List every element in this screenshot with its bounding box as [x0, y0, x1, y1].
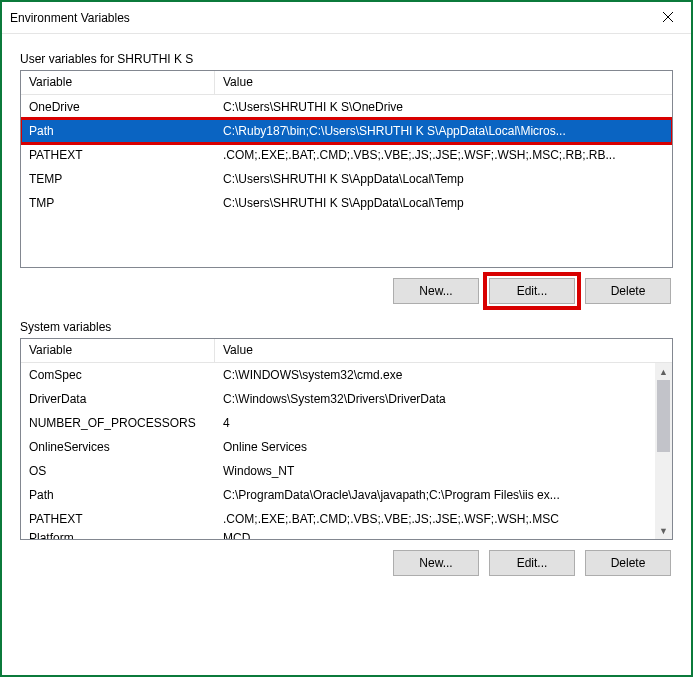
user-delete-button[interactable]: Delete: [585, 278, 671, 304]
cell-value: MCD: [215, 531, 655, 539]
close-button[interactable]: [645, 3, 691, 33]
cell-value: Online Services: [215, 436, 655, 458]
cell-variable: OnlineServices: [21, 436, 215, 458]
table-row[interactable]: ComSpec C:\WINDOWS\system32\cmd.exe: [21, 363, 655, 387]
cell-value: C:\Ruby187\bin;C:\Users\SHRUTHI K S\AppD…: [215, 120, 672, 142]
cell-variable: PATHEXT: [21, 508, 215, 530]
user-new-button[interactable]: New...: [393, 278, 479, 304]
cell-variable: Path: [21, 484, 215, 506]
table-row[interactable]: DriverData C:\Windows\System32\Drivers\D…: [21, 387, 655, 411]
table-row[interactable]: PATHEXT .COM;.EXE;.BAT;.CMD;.VBS;.VBE;.J…: [21, 143, 672, 167]
cell-value: C:\Windows\System32\Drivers\DriverData: [215, 388, 655, 410]
cell-variable: NUMBER_OF_PROCESSORS: [21, 412, 215, 434]
table-row[interactable]: Path C:\ProgramData\Oracle\Java\javapath…: [21, 483, 655, 507]
user-variables-label: User variables for SHRUTHI K S: [20, 52, 673, 66]
user-edit-button[interactable]: Edit...: [489, 278, 575, 304]
cell-value: 4: [215, 412, 655, 434]
user-col-value-header[interactable]: Value: [215, 71, 672, 94]
scroll-up-arrow-icon[interactable]: ▲: [655, 363, 672, 380]
cell-variable: Path: [21, 120, 215, 142]
cell-value: C:\ProgramData\Oracle\Java\javapath;C:\P…: [215, 484, 655, 506]
cell-variable: DriverData: [21, 388, 215, 410]
scroll-down-arrow-icon[interactable]: ▼: [655, 522, 672, 539]
table-row[interactable]: TEMP C:\Users\SHRUTHI K S\AppData\Local\…: [21, 167, 672, 191]
cell-value: .COM;.EXE;.BAT;.CMD;.VBS;.VBE;.JS;.JSE;.…: [215, 144, 672, 166]
cell-value: Windows_NT: [215, 460, 655, 482]
system-new-button[interactable]: New...: [393, 550, 479, 576]
cell-value: C:\WINDOWS\system32\cmd.exe: [215, 364, 655, 386]
system-button-row: New... Edit... Delete: [20, 540, 673, 582]
user-variables-listbox[interactable]: Variable Value OneDrive C:\Users\SHRUTHI…: [20, 70, 673, 268]
system-edit-button[interactable]: Edit...: [489, 550, 575, 576]
system-list-rows: ComSpec C:\WINDOWS\system32\cmd.exe Driv…: [21, 363, 672, 539]
system-delete-button[interactable]: Delete: [585, 550, 671, 576]
user-variables-section: User variables for SHRUTHI K S Variable …: [20, 52, 673, 310]
cell-variable: TEMP: [21, 168, 215, 190]
system-col-variable-header[interactable]: Variable: [21, 339, 215, 362]
window-titlebar: Environment Variables: [2, 2, 691, 34]
user-list-rows: OneDrive C:\Users\SHRUTHI K S\OneDrive P…: [21, 95, 672, 267]
system-variables-listbox[interactable]: Variable Value ComSpec C:\WINDOWS\system…: [20, 338, 673, 540]
scroll-thumb[interactable]: [657, 380, 670, 452]
scroll-track[interactable]: [655, 380, 672, 522]
table-row[interactable]: OneDrive C:\Users\SHRUTHI K S\OneDrive: [21, 95, 672, 119]
user-list-header: Variable Value: [21, 71, 672, 95]
cell-variable: TMP: [21, 192, 215, 214]
cell-value: .COM;.EXE;.BAT;.CMD;.VBS;.VBE;.JS;.JSE;.…: [215, 508, 655, 530]
cell-variable: ComSpec: [21, 364, 215, 386]
table-row-partial[interactable]: Platform MCD: [21, 531, 655, 539]
close-icon: [663, 11, 673, 25]
system-list-header: Variable Value: [21, 339, 672, 363]
table-row[interactable]: OS Windows_NT: [21, 459, 655, 483]
cell-value: C:\Users\SHRUTHI K S\OneDrive: [215, 96, 672, 118]
cell-variable: OneDrive: [21, 96, 215, 118]
table-row[interactable]: NUMBER_OF_PROCESSORS 4: [21, 411, 655, 435]
system-variables-label: System variables: [20, 320, 673, 334]
window-title: Environment Variables: [10, 11, 130, 25]
table-row-selected[interactable]: Path C:\Ruby187\bin;C:\Users\SHRUTHI K S…: [21, 119, 672, 143]
user-col-variable-header[interactable]: Variable: [21, 71, 215, 94]
cell-variable: PATHEXT: [21, 144, 215, 166]
cell-variable: OS: [21, 460, 215, 482]
cell-value: C:\Users\SHRUTHI K S\AppData\Local\Temp: [215, 168, 672, 190]
table-row[interactable]: OnlineServices Online Services: [21, 435, 655, 459]
cell-variable: Platform: [21, 531, 215, 539]
system-col-value-header[interactable]: Value: [215, 339, 655, 362]
table-row[interactable]: TMP C:\Users\SHRUTHI K S\AppData\Local\T…: [21, 191, 672, 215]
user-button-row: New... Edit... Delete: [20, 268, 673, 310]
vertical-scrollbar[interactable]: ▲ ▼: [655, 363, 672, 539]
cell-value: C:\Users\SHRUTHI K S\AppData\Local\Temp: [215, 192, 672, 214]
table-row[interactable]: PATHEXT .COM;.EXE;.BAT;.CMD;.VBS;.VBE;.J…: [21, 507, 655, 531]
system-variables-section: System variables Variable Value ComSpec …: [20, 320, 673, 582]
